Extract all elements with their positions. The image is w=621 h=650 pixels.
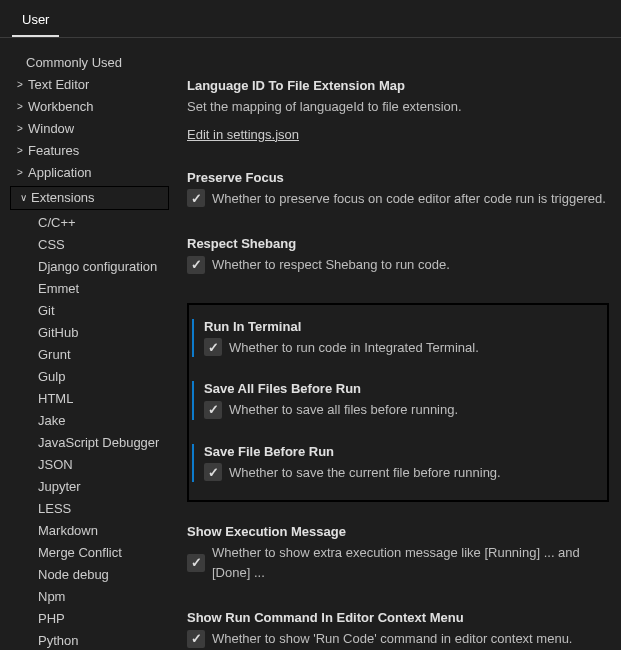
toc-label: Extensions — [31, 189, 95, 207]
chevron-right-icon: > — [14, 120, 26, 138]
toc-label: Merge Conflict — [38, 544, 122, 562]
toc-label: CSS — [38, 236, 65, 254]
toc-label: JSON — [38, 456, 73, 474]
toc-ext-item[interactable]: Python — [8, 630, 175, 650]
setting-run-in-terminal: Run In Terminal Whether to run code in I… — [192, 319, 597, 358]
setting-desc: Whether to run code in Integrated Termin… — [229, 338, 479, 358]
toc-features[interactable]: > Features — [8, 140, 175, 162]
toc-ext-item[interactable]: JavaScript Debugger — [8, 432, 175, 454]
toc-ext-item[interactable]: Grunt — [8, 344, 175, 366]
toc-label: Commonly Used — [26, 54, 122, 72]
toc-label: GitHub — [38, 324, 78, 342]
toc-label: C/C++ — [38, 214, 76, 232]
setting-title: Save File Before Run — [204, 444, 597, 459]
tab-user[interactable]: User — [12, 6, 59, 37]
chevron-right-icon: > — [14, 98, 26, 116]
setting-desc: Whether to respect Shebang to run code. — [212, 255, 450, 275]
toc-ext-item[interactable]: GitHub — [8, 322, 175, 344]
toc-label: Markdown — [38, 522, 98, 540]
toc-label: Emmet — [38, 280, 79, 298]
checkbox-respect-shebang[interactable] — [187, 256, 205, 274]
settings-highlight-group: Run In Terminal Whether to run code in I… — [187, 303, 609, 503]
chevron-right-icon: > — [14, 164, 26, 182]
settings-toc: Commonly Used > Text Editor > Workbench … — [0, 38, 175, 650]
toc-label: Application — [28, 164, 92, 182]
setting-show-exec-msg: Show Execution Message Whether to show e… — [187, 524, 609, 582]
toc-label: Npm — [38, 588, 65, 606]
chevron-right-icon: > — [14, 76, 26, 94]
toc-workbench[interactable]: > Workbench — [8, 96, 175, 118]
setting-context-menu: Show Run Command In Editor Context Menu … — [187, 610, 609, 649]
toc-application[interactable]: > Application — [8, 162, 175, 184]
toc-ext-item[interactable]: Emmet — [8, 278, 175, 300]
toc-ext-item[interactable]: Git — [8, 300, 175, 322]
toc-label: Git — [38, 302, 55, 320]
setting-title: Language ID To File Extension Map — [187, 78, 609, 93]
checkbox-save-file[interactable] — [204, 463, 222, 481]
toc-ext-item[interactable]: CSS — [8, 234, 175, 256]
setting-desc: Whether to preserve focus on code editor… — [212, 189, 606, 209]
settings-layout: Commonly Used > Text Editor > Workbench … — [0, 38, 621, 650]
toc-label: Jake — [38, 412, 65, 430]
toc-window[interactable]: > Window — [8, 118, 175, 140]
toc-label: JavaScript Debugger — [38, 434, 159, 452]
toc-ext-item[interactable]: JSON — [8, 454, 175, 476]
toc-label: Text Editor — [28, 76, 89, 94]
chevron-down-icon: ∨ — [17, 189, 29, 207]
toc-label: Python — [38, 632, 78, 650]
checkbox-show-exec-msg[interactable] — [187, 554, 205, 572]
toc-label: Workbench — [28, 98, 94, 116]
checkbox-preserve-focus[interactable] — [187, 189, 205, 207]
toc-ext-item[interactable]: Django configuration — [8, 256, 175, 278]
settings-scope-tabs: User — [0, 0, 621, 38]
setting-save-file: Save File Before Run Whether to save the… — [192, 444, 597, 483]
setting-desc: Whether to show extra execution message … — [212, 543, 609, 582]
toc-ext-item[interactable]: Jupyter — [8, 476, 175, 498]
setting-desc: Whether to save all files before running… — [229, 400, 458, 420]
toc-ext-item[interactable]: LESS — [8, 498, 175, 520]
checkbox-context-menu[interactable] — [187, 630, 205, 648]
setting-preserve-focus: Preserve Focus Whether to preserve focus… — [187, 170, 609, 209]
toc-extensions[interactable]: ∨ Extensions — [11, 187, 168, 209]
setting-title: Run In Terminal — [204, 319, 597, 334]
toc-commonly-used[interactable]: Commonly Used — [8, 52, 175, 74]
toc-ext-item[interactable]: Jake — [8, 410, 175, 432]
toc-ext-item[interactable]: Npm — [8, 586, 175, 608]
checkbox-save-all-files[interactable] — [204, 401, 222, 419]
toc-label: Features — [28, 142, 79, 160]
setting-title: Respect Shebang — [187, 236, 609, 251]
toc-label: PHP — [38, 610, 65, 628]
setting-desc: Whether to show 'Run Code' command in ed… — [212, 629, 572, 649]
setting-desc: Whether to save the current file before … — [229, 463, 501, 483]
checkbox-run-in-terminal[interactable] — [204, 338, 222, 356]
settings-content: Language ID To File Extension Map Set th… — [175, 38, 621, 650]
setting-title: Show Run Command In Editor Context Menu — [187, 610, 609, 625]
toc-ext-item[interactable]: C/C++ — [8, 212, 175, 234]
setting-title: Preserve Focus — [187, 170, 609, 185]
setting-title: Save All Files Before Run — [204, 381, 597, 396]
toc-ext-item[interactable]: Merge Conflict — [8, 542, 175, 564]
toc-label: Jupyter — [38, 478, 81, 496]
setting-desc: Set the mapping of languageId to file ex… — [187, 97, 609, 117]
chevron-right-icon: > — [14, 142, 26, 160]
toc-ext-item[interactable]: Node debug — [8, 564, 175, 586]
toc-label: Django configuration — [38, 258, 157, 276]
setting-respect-shebang: Respect Shebang Whether to respect Sheba… — [187, 236, 609, 275]
toc-text-editor[interactable]: > Text Editor — [8, 74, 175, 96]
toc-label: Grunt — [38, 346, 71, 364]
toc-label: Gulp — [38, 368, 65, 386]
toc-ext-item[interactable]: HTML — [8, 388, 175, 410]
toc-label: LESS — [38, 500, 71, 518]
toc-ext-item[interactable]: Gulp — [8, 366, 175, 388]
setting-title: Show Execution Message — [187, 524, 609, 539]
toc-label: Node debug — [38, 566, 109, 584]
toc-label: Window — [28, 120, 74, 138]
toc-label: HTML — [38, 390, 73, 408]
toc-extensions-box: ∨ Extensions — [10, 186, 169, 210]
setting-save-all-files: Save All Files Before Run Whether to sav… — [192, 381, 597, 420]
setting-language-map: Language ID To File Extension Map Set th… — [187, 78, 609, 142]
toc-ext-item[interactable]: Markdown — [8, 520, 175, 542]
toc-ext-item[interactable]: PHP — [8, 608, 175, 630]
edit-in-settings-json-link[interactable]: Edit in settings.json — [187, 127, 299, 142]
